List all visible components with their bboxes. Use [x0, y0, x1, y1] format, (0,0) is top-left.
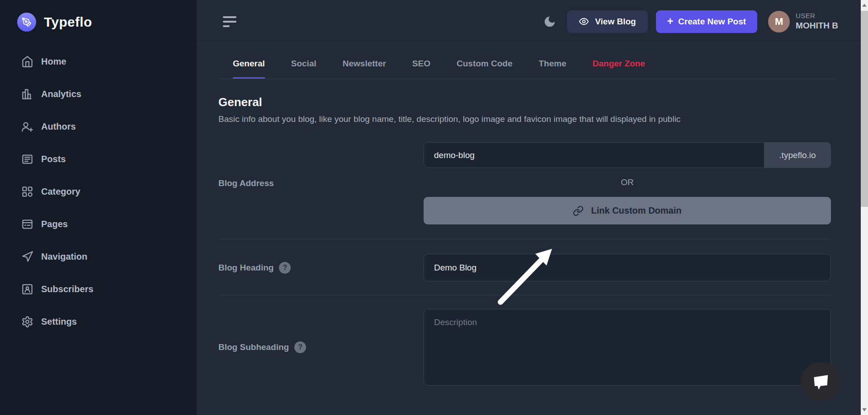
avatar: M	[768, 11, 790, 33]
scrollbar-thumb[interactable]	[861, 11, 868, 207]
topbar: View Blog + Create New Post M USER MOHIT…	[197, 0, 868, 43]
posts-icon	[21, 153, 33, 165]
settings-icon	[21, 316, 33, 328]
domain-suffix: .typeflo.io	[764, 142, 831, 168]
tab-custom-code[interactable]: Custom Code	[457, 59, 513, 79]
sidebar-item-home[interactable]: Home	[0, 45, 197, 78]
plus-icon: +	[667, 16, 673, 27]
blog-address-fields: .typeflo.io OR Link Custom Domain	[424, 142, 831, 224]
page-title: General	[218, 95, 831, 109]
create-post-label: Create New Post	[678, 17, 746, 27]
sidebar-item-label: Home	[41, 56, 66, 67]
tab-seo[interactable]: SEO	[412, 59, 430, 79]
blog-address-label: Blog Address	[218, 178, 424, 188]
create-new-post-button[interactable]: + Create New Post	[656, 10, 757, 33]
scroll-up-icon[interactable]	[862, 4, 867, 7]
eye-icon	[579, 16, 589, 27]
blog-subheading-textarea[interactable]	[424, 309, 831, 386]
moon-icon	[543, 15, 557, 28]
analytics-icon	[21, 88, 33, 100]
link-icon	[573, 205, 584, 216]
tab-social[interactable]: Social	[291, 59, 316, 79]
sidebar-item-settings[interactable]: Settings	[0, 305, 197, 338]
link-custom-domain-label: Link Custom Domain	[591, 205, 681, 216]
sidebar-item-label: Category	[41, 187, 80, 197]
pen-logo-icon	[17, 13, 36, 32]
settings-tabs: General Social Newsletter SEO Custom Cod…	[218, 43, 835, 79]
menu-toggle-icon[interactable]	[223, 16, 236, 27]
sidebar-item-label: Pages	[41, 219, 68, 229]
sidebar-nav: Home Analytics Authors Posts Category Pa…	[0, 45, 197, 338]
blog-subheading-label: Blog Subheading	[218, 342, 289, 352]
sidebar-item-category[interactable]: Category	[0, 175, 197, 208]
dark-mode-toggle[interactable]	[540, 12, 560, 32]
sidebar-item-label: Subscribers	[41, 284, 94, 294]
view-blog-label: View Blog	[595, 17, 636, 27]
sidebar-item-pages[interactable]: Pages	[0, 208, 197, 240]
general-settings-panel: General Basic info about you blog, like …	[197, 79, 868, 386]
sidebar-item-authors[interactable]: Authors	[0, 110, 197, 143]
sidebar: Typeflo Home Analytics Authors Posts Cat…	[0, 0, 197, 415]
sidebar-item-subscribers[interactable]: Subscribers	[0, 273, 197, 305]
scroll-down-icon[interactable]	[862, 408, 867, 411]
blog-subheading-row: Blog Subheading ?	[218, 295, 831, 386]
navigation-icon	[21, 251, 33, 263]
main-area: View Blog + Create New Post M USER MOHIT…	[197, 0, 868, 415]
blog-heading-input[interactable]	[424, 254, 831, 281]
sidebar-item-label: Authors	[41, 121, 76, 132]
app-title: Typeflo	[44, 14, 92, 30]
sidebar-item-label: Analytics	[41, 89, 81, 99]
chat-widget-button[interactable]	[801, 362, 840, 401]
blog-heading-label: Blog Heading	[218, 263, 274, 273]
scrollbar[interactable]	[861, 0, 868, 415]
app-logo[interactable]: Typeflo	[0, 11, 197, 33]
home-icon	[21, 56, 33, 68]
authors-icon	[21, 121, 33, 133]
general-settings-form: Blog Address .typeflo.io OR Link Custom …	[218, 142, 831, 386]
sidebar-item-posts[interactable]: Posts	[0, 143, 197, 175]
tab-general[interactable]: General	[233, 59, 265, 79]
sidebar-item-label: Settings	[41, 317, 77, 327]
tab-danger-zone[interactable]: Danger Zone	[593, 59, 645, 79]
sidebar-item-analytics[interactable]: Analytics	[0, 78, 197, 110]
sidebar-item-navigation[interactable]: Navigation	[0, 240, 197, 273]
help-icon[interactable]: ?	[279, 262, 291, 274]
blog-address-row: Blog Address .typeflo.io OR Link Custom …	[218, 142, 831, 239]
sidebar-item-label: Navigation	[41, 252, 87, 262]
category-icon	[21, 186, 33, 198]
view-blog-button[interactable]: View Blog	[567, 10, 647, 33]
pages-icon	[21, 218, 33, 230]
user-menu[interactable]: M USER MOHITH B	[768, 11, 838, 33]
sidebar-item-label: Posts	[41, 154, 66, 164]
tab-theme[interactable]: Theme	[538, 59, 566, 79]
subscribers-icon	[21, 283, 33, 295]
blog-heading-row: Blog Heading ?	[218, 239, 831, 295]
tab-newsletter[interactable]: Newsletter	[343, 59, 386, 79]
user-role: USER	[796, 12, 838, 20]
page-description: Basic info about you blog, like your blo…	[218, 114, 831, 124]
blog-address-input[interactable]	[424, 142, 764, 168]
link-custom-domain-button[interactable]: Link Custom Domain	[424, 197, 831, 224]
or-divider-text: OR	[424, 177, 831, 187]
chat-bubble-icon	[809, 370, 832, 393]
help-icon[interactable]: ?	[294, 341, 306, 353]
user-name: MOHITH B	[796, 20, 838, 31]
